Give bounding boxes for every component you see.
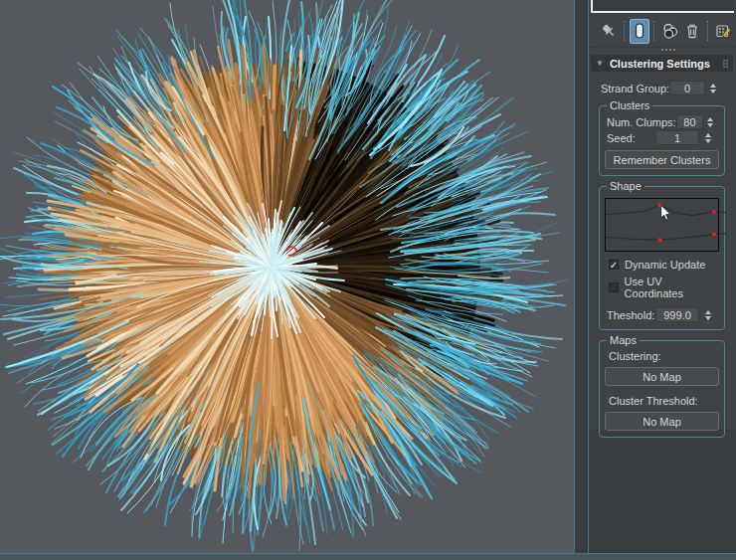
num-clumps-row: Num. Clumps: 80: [607, 114, 719, 129]
make-unique-icon: [661, 22, 679, 40]
threshold-spinner[interactable]: [702, 307, 713, 322]
splitter-dots: [661, 49, 663, 51]
configure-sets-icon: [714, 22, 732, 40]
num-clumps-spinner[interactable]: [706, 114, 713, 129]
strand-group-row: Strand Group: 0: [601, 81, 727, 95]
strand-group-spinner[interactable]: [708, 81, 717, 95]
use-uv-row: Use UV Coordinates: [609, 276, 719, 299]
seed-label: Seed:: [607, 132, 655, 144]
cluster-threshold-map-button[interactable]: No Map: [605, 412, 719, 431]
command-panel: ▼ Clustering Settings Strand Group: 0 Cl…: [589, 0, 736, 553]
seed-field[interactable]: 1: [655, 130, 699, 145]
use-uv-label: Use UV Coordinates: [625, 276, 719, 299]
rollout-clustering-settings: ▼ Clustering Settings Strand Group: 0 Cl…: [591, 55, 733, 431]
group-maps: Maps Clustering: No Map Cluster Threshol…: [599, 340, 725, 438]
modifier-stack-toolbar: [598, 17, 734, 45]
strand-group-field[interactable]: 0: [669, 81, 705, 95]
toolbar-separator: [624, 21, 626, 41]
threshold-label: Theshold:: [607, 309, 655, 321]
rollout-title: Clustering Settings: [610, 58, 723, 70]
application-window: ▼ Clustering Settings Strand Group: 0 Cl…: [0, 0, 736, 560]
make-unique-button[interactable]: [659, 18, 681, 44]
num-clumps-field[interactable]: 80: [676, 114, 704, 129]
rollout-body: Strand Group: 0 Clusters Num. Clumps: 80…: [591, 72, 733, 431]
trash-icon: [683, 22, 701, 40]
threshold-row: Theshold: 999.0: [607, 307, 719, 322]
curve-editor-svg: [606, 199, 726, 251]
use-uv-checkbox[interactable]: [609, 282, 619, 292]
group-shape-title: Shape: [607, 180, 644, 192]
threshold-field[interactable]: 999.0: [655, 307, 699, 322]
remove-modifier-button[interactable]: [681, 18, 703, 44]
panel-splitter[interactable]: [589, 47, 736, 55]
rollout-header[interactable]: ▼ Clustering Settings: [591, 55, 733, 72]
pin-stack-button[interactable]: [598, 18, 620, 44]
group-clusters: Clusters Num. Clumps: 80 Seed: 1 Remembe…: [599, 105, 725, 176]
curve-control-point: [712, 210, 716, 214]
modifier-stack-edge: [591, 0, 734, 13]
curve-control-point: [658, 238, 662, 242]
dynamic-update-label: Dynamic Update: [625, 259, 705, 271]
seed-spinner[interactable]: [702, 130, 713, 145]
dynamic-update-row: ✓ Dynamic Update: [609, 259, 719, 271]
clustering-map-label: Clustering:: [609, 350, 719, 362]
group-shape: Shape ✓ Dynamic Update Use UV Coordinate…: [599, 186, 725, 330]
group-clusters-title: Clusters: [607, 99, 652, 111]
fur-ball: [0, 0, 575, 553]
cluster-threshold-map-label: Cluster Threshold:: [609, 395, 719, 407]
curve-editor[interactable]: [605, 198, 719, 252]
configure-modifier-sets-button[interactable]: [712, 18, 734, 44]
group-maps-title: Maps: [607, 334, 640, 346]
collapse-arrow-icon: ▼: [596, 60, 604, 68]
dynamic-update-checkbox[interactable]: ✓: [609, 260, 619, 270]
bottom-border: [0, 553, 736, 560]
rollout-grip-icon: [723, 60, 725, 62]
viewport-3d[interactable]: [0, 0, 575, 553]
panel-divider[interactable]: [575, 0, 589, 553]
strand-group-label: Strand Group:: [601, 83, 669, 94]
num-clumps-label: Num. Clumps:: [607, 116, 676, 128]
clustering-map-button[interactable]: No Map: [605, 367, 719, 386]
show-end-result-button[interactable]: [630, 19, 650, 44]
toolbar-separator: [707, 21, 709, 41]
seed-row: Seed: 1: [607, 130, 719, 145]
curve-control-point: [712, 233, 716, 237]
remember-clusters-button[interactable]: Remember Clusters: [605, 150, 719, 169]
pin-icon: [600, 22, 618, 40]
test-tube-icon: [631, 22, 648, 40]
toolbar-separator: [653, 21, 655, 41]
